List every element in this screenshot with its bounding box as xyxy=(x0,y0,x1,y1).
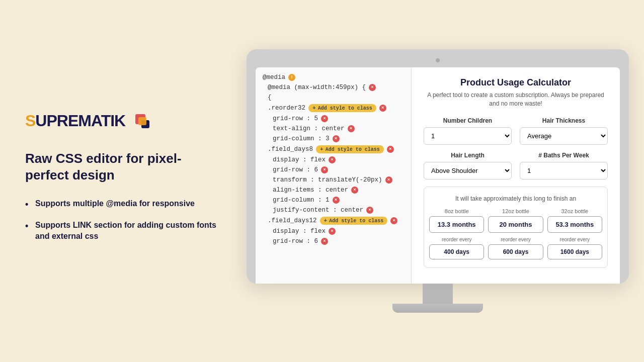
tagline: Raw CSS editor for pixel-perfect design xyxy=(25,150,216,185)
bottle-col-32oz: 32oz bottle 53.3 months xyxy=(547,208,602,233)
close-icon[interactable]: × xyxy=(321,166,328,173)
close-icon[interactable]: × xyxy=(390,217,397,224)
bottle-months-8oz: 13.3 months xyxy=(429,216,484,233)
reorder-col-32oz: reorder every 1600 days xyxy=(547,237,602,259)
calc-reorder-row: reorder every 400 days reorder every 600… xyxy=(429,237,602,259)
css-line-media-query: @media (max-width:459px) { × xyxy=(256,82,411,93)
hair-length-select[interactable]: Short Above Shoulder Shoulder Long xyxy=(424,162,512,179)
css-editor-panel: @media ! @media (max-width:459px) { × { … xyxy=(256,67,412,284)
calc-result-box: It will take approximately this long to … xyxy=(424,187,608,268)
css-line-grid-col-3: grid-column : 3 × xyxy=(256,134,411,144)
css-line-grid-row-6b: grid-row : 6 × xyxy=(256,236,411,246)
bottle-label-32oz: 32oz bottle xyxy=(547,208,602,214)
monitor-screen: @media ! @media (max-width:459px) { × { … xyxy=(256,67,620,284)
close-icon[interactable]: × xyxy=(329,228,336,235)
svg-rect-2 xyxy=(138,117,146,125)
feature-list: Supports multiple @media for responsive … xyxy=(25,198,216,242)
reorder-days-32oz: 1600 days xyxy=(547,244,602,259)
bottle-months-32oz: 53.3 months xyxy=(547,216,602,233)
close-icon[interactable]: × xyxy=(333,197,340,204)
bottle-col-12oz: 12oz bottle 20 months xyxy=(488,208,543,233)
bottle-label-8oz: 8oz bottle xyxy=(429,208,484,214)
css-line-transform: transform : translateY(-20px) × xyxy=(256,175,411,185)
calc-row-1: Number Children 1 2 3 Hair Thickness Fin… xyxy=(424,117,608,145)
css-line-grid-row-5: grid-row : 5 × xyxy=(256,114,411,124)
close-icon[interactable]: × xyxy=(387,146,394,153)
monitor: @media ! @media (max-width:459px) { × { … xyxy=(247,49,629,284)
close-icon[interactable]: × xyxy=(348,125,355,132)
plus-icon: + xyxy=(324,218,328,224)
baths-per-week-label: # Baths Per Week xyxy=(520,152,608,159)
bottle-months-12oz: 20 months xyxy=(488,216,543,233)
css-line-grid-col-1: grid-column : 1 × xyxy=(256,195,411,205)
calc-row-2: Hair Length Short Above Shoulder Shoulde… xyxy=(424,152,608,179)
number-children-field: Number Children 1 2 3 xyxy=(424,117,512,145)
monitor-container: @media ! @media (max-width:459px) { × { … xyxy=(242,39,644,323)
hair-length-label: Hair Length xyxy=(424,152,512,159)
hair-thickness-select[interactable]: Fine Average Thick xyxy=(520,127,608,145)
css-line-field-days12: .field_days12 + Add style to class × xyxy=(256,215,411,226)
stand-neck xyxy=(423,284,453,304)
add-style-badge-2[interactable]: + Add style to class xyxy=(316,145,384,153)
add-style-badge-3[interactable]: + Add style to class xyxy=(320,217,388,225)
close-icon[interactable]: × xyxy=(329,156,336,163)
close-icon[interactable]: × xyxy=(321,238,328,245)
hair-thickness-label: Hair Thickness xyxy=(520,117,608,124)
feature-item-2: Supports LINK section for adding custom … xyxy=(25,220,216,242)
reorder-days-12oz: 600 days xyxy=(488,244,543,259)
add-style-badge-1[interactable]: + Add style to class xyxy=(308,104,376,112)
brand-logo: SUPREMATIK xyxy=(25,112,125,130)
css-line-grid-row-6: grid-row : 6 × xyxy=(256,165,411,175)
plus-icon: + xyxy=(320,146,324,152)
close-icon[interactable]: × xyxy=(333,135,340,142)
css-line-text-align: text-align : center × xyxy=(256,124,411,134)
close-icon[interactable]: × xyxy=(321,115,328,122)
close-icon[interactable]: × xyxy=(385,176,392,184)
css-line-media: @media ! xyxy=(256,72,411,82)
bottle-label-12oz: 12oz bottle xyxy=(488,208,543,214)
css-line-display-flex-2: display : flex × xyxy=(256,226,411,236)
close-icon[interactable]: × xyxy=(369,84,376,91)
calculator-title: Product Usage Calculator xyxy=(424,77,608,88)
feature-item-1: Supports multiple @media for responsive xyxy=(25,198,216,209)
close-icon[interactable]: × xyxy=(379,105,386,112)
warning-icon: ! xyxy=(288,74,295,81)
logo-s: S xyxy=(25,112,35,130)
baths-per-week-select[interactable]: 1 2 3 xyxy=(520,162,608,179)
plus-icon: + xyxy=(312,105,316,111)
calculator-panel: Product Usage Calculator A perfect tool … xyxy=(412,67,620,284)
reorder-label-32oz: reorder every xyxy=(547,237,602,242)
brand-icon xyxy=(131,110,153,132)
css-line-display-flex-1: display : flex × xyxy=(256,155,411,165)
reorder-label-12oz: reorder every xyxy=(488,237,543,242)
css-line-brace: { xyxy=(256,93,411,103)
number-children-select[interactable]: 1 2 3 xyxy=(424,127,512,145)
number-children-label: Number Children xyxy=(424,117,512,124)
logo-rest: UPREMATIK xyxy=(35,112,125,130)
monitor-stand xyxy=(392,284,483,313)
left-panel: SUPREMATIK Raw CSS editor for pixel-perf… xyxy=(0,90,242,273)
css-line-justify-content: justify-content : center × xyxy=(256,205,411,215)
reorder-days-8oz: 400 days xyxy=(429,244,484,259)
css-line-align-items: align-items : center × xyxy=(256,185,411,195)
close-icon[interactable]: × xyxy=(366,207,373,214)
stand-base xyxy=(392,304,483,313)
hair-thickness-field: Hair Thickness Fine Average Thick xyxy=(520,117,608,145)
css-line-reorder32: .reorder32 + Add style to class × xyxy=(256,103,411,114)
calculator-subtitle: A perfect tool to create a custom subscr… xyxy=(424,91,608,108)
reorder-col-8oz: reorder every 400 days xyxy=(429,237,484,259)
calc-bottles-row: 8oz bottle 13.3 months 12oz bottle 20 mo… xyxy=(429,208,602,233)
css-line-field-days8: .field_days8 + Add style to class × xyxy=(256,144,411,155)
calc-result-description: It will take approximately this long to … xyxy=(429,195,602,202)
hair-length-field: Hair Length Short Above Shoulder Shoulde… xyxy=(424,152,512,179)
monitor-dot xyxy=(436,58,440,62)
reorder-label-8oz: reorder every xyxy=(429,237,484,242)
logo-area: SUPREMATIK xyxy=(25,110,216,132)
baths-per-week-field: # Baths Per Week 1 2 3 xyxy=(520,152,608,179)
bottle-col-8oz: 8oz bottle 13.3 months xyxy=(429,208,484,233)
close-icon[interactable]: × xyxy=(351,187,358,194)
reorder-col-12oz: reorder every 600 days xyxy=(488,237,543,259)
